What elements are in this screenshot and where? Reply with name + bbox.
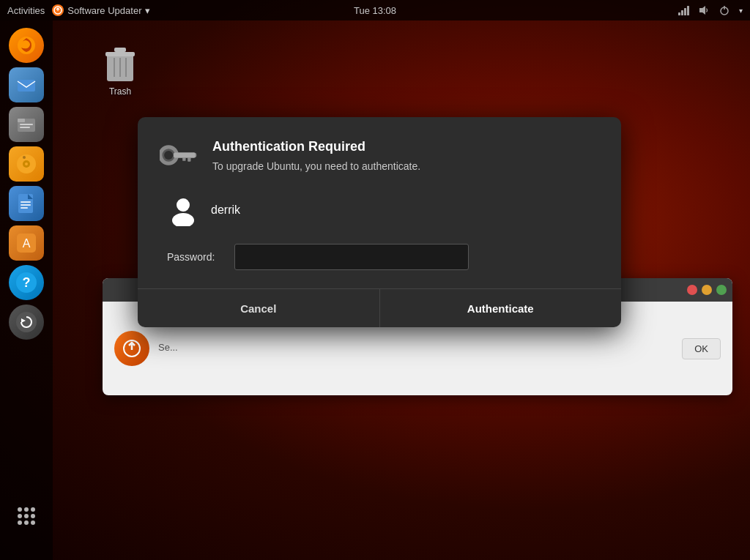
grid-dot <box>31 514 35 518</box>
dock-item-help[interactable]: ? <box>9 265 44 300</box>
auth-footer: Cancel Authenticate <box>138 288 621 327</box>
software-updater-icon <box>52 4 64 16</box>
trash-desktop-icon[interactable]: Trash <box>103 44 138 97</box>
dock-item-updater[interactable] <box>9 305 44 340</box>
svg-rect-8 <box>18 80 35 92</box>
svg-rect-11 <box>20 124 33 125</box>
grid-dot <box>18 507 22 512</box>
svg-text:?: ? <box>23 275 31 290</box>
grid-dot <box>24 514 29 518</box>
svg-rect-29 <box>114 48 126 52</box>
password-input[interactable] <box>234 244 469 270</box>
maximize-button-bg[interactable] <box>716 285 727 295</box>
svg-rect-17 <box>18 194 33 213</box>
svg-rect-40 <box>182 157 185 160</box>
auth-password-row: Password: <box>167 244 599 270</box>
auth-dialog-title: Authentication Required <box>212 139 420 154</box>
power-icon[interactable] <box>719 4 730 16</box>
topbar: Activities Software Updater ▾ Tue 13:08 … <box>0 0 750 20</box>
svg-point-42 <box>166 152 172 159</box>
grid-dot <box>18 520 22 525</box>
svg-rect-39 <box>188 157 190 161</box>
close-button-bg[interactable] <box>687 285 697 295</box>
trash-label: Trash <box>109 86 131 97</box>
auth-dialog-body: Authentication Required To upgrade Ubunt… <box>138 117 621 288</box>
svg-rect-4 <box>687 6 689 15</box>
svg-point-45 <box>172 213 194 226</box>
grid-dot <box>24 520 29 525</box>
trash-icon-image <box>103 44 138 83</box>
grid-dot <box>24 507 29 512</box>
dock-item-document[interactable] <box>9 186 44 221</box>
topbar-right: ▾ <box>677 4 743 16</box>
volume-icon[interactable] <box>698 4 710 16</box>
topbar-app: Software Updater ▾ <box>52 4 150 16</box>
dock-item-files[interactable] <box>9 107 44 142</box>
user-avatar-icon <box>167 194 199 226</box>
grid-dot <box>31 507 35 512</box>
auth-header: Authentication Required To upgrade Ubunt… <box>160 139 599 172</box>
bg-dialog-buttons: OK <box>682 338 721 359</box>
auth-dialog: Authentication Required To upgrade Ubunt… <box>138 117 621 327</box>
topbar-left: Activities Software Updater ▾ <box>7 4 150 16</box>
auth-username: derrik <box>211 204 240 217</box>
dock-item-store[interactable]: A <box>9 225 44 261</box>
svg-rect-41 <box>174 153 195 158</box>
svg-rect-3 <box>684 8 686 15</box>
ok-button-bg[interactable]: OK <box>682 338 721 359</box>
svg-rect-18 <box>21 201 31 203</box>
password-label: Password: <box>167 251 226 263</box>
auth-header-text: Authentication Required To upgrade Ubunt… <box>212 139 420 172</box>
cancel-button[interactable]: Cancel <box>138 289 380 327</box>
dock: A ? <box>0 20 53 560</box>
svg-point-44 <box>177 198 190 212</box>
topbar-dropdown-icon[interactable]: ▾ <box>145 5 150 16</box>
svg-rect-2 <box>681 10 683 15</box>
app-grid-button[interactable] <box>12 501 41 531</box>
svg-rect-28 <box>105 52 135 56</box>
authenticate-button[interactable]: Authenticate <box>380 289 622 327</box>
svg-rect-10 <box>18 119 25 122</box>
dock-item-mail[interactable] <box>9 67 44 102</box>
svg-rect-12 <box>20 127 30 128</box>
bg-dialog-text: Se... <box>158 342 673 356</box>
topbar-app-name: Software Updater <box>67 5 141 16</box>
auth-user-row: derrik <box>167 194 599 226</box>
svg-point-25 <box>16 312 37 332</box>
bg-dialog-title: Se... <box>158 342 673 353</box>
dock-item-music[interactable] <box>9 146 44 182</box>
svg-rect-20 <box>21 207 28 209</box>
svg-point-16 <box>23 156 26 159</box>
topbar-dropdown-arrow[interactable]: ▾ <box>739 7 743 15</box>
network-icon[interactable] <box>677 4 689 16</box>
topbar-clock: Tue 13:08 <box>354 5 396 16</box>
grid-dot <box>31 520 35 525</box>
svg-text:A: A <box>23 237 31 250</box>
bg-dialog-icon <box>114 331 149 366</box>
activities-button[interactable]: Activities <box>7 5 45 16</box>
dock-item-firefox[interactable] <box>9 28 44 63</box>
minimize-button-bg[interactable] <box>702 285 712 295</box>
grid-dot <box>18 514 22 518</box>
auth-dialog-subtitle: To upgrade Ubuntu, you need to authentic… <box>212 160 420 172</box>
svg-rect-1 <box>678 12 680 15</box>
svg-rect-19 <box>21 204 31 206</box>
svg-point-15 <box>25 163 28 165</box>
svg-marker-5 <box>699 6 705 15</box>
key-icon <box>160 142 198 168</box>
